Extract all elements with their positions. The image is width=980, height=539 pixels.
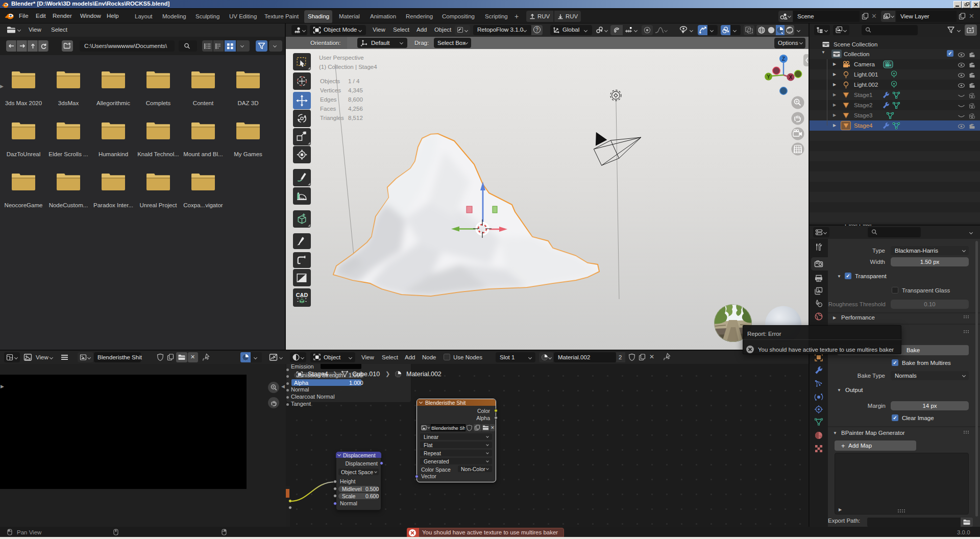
- svg-text:Y: Y: [767, 74, 770, 80]
- svg-text:Z: Z: [782, 56, 785, 62]
- svg-text:X: X: [789, 75, 793, 80]
